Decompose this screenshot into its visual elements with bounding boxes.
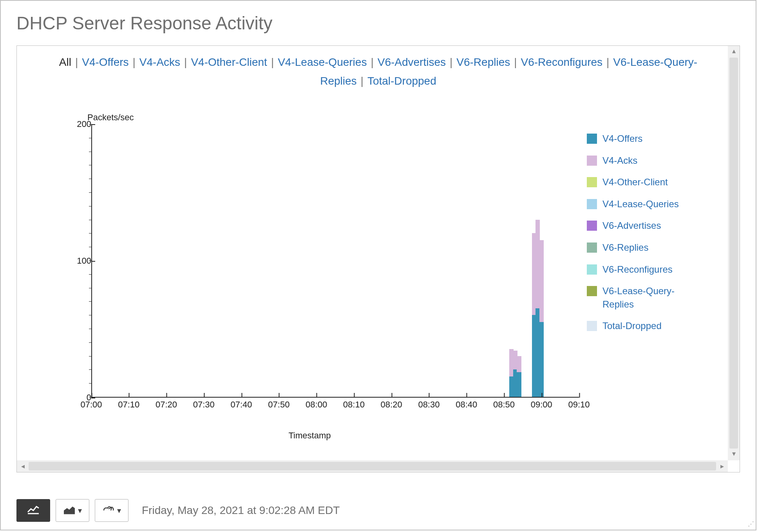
series-filter-row: All|V4-Offers|V4-Acks|V4-Other-Client|V4… [17, 46, 740, 94]
legend-swatch [587, 321, 597, 331]
x-tick: 08:50 [493, 400, 515, 410]
filter-separator: | [606, 56, 609, 68]
x-tick: 08:40 [456, 400, 477, 410]
filter-v6-replies[interactable]: V6-Replies [456, 56, 510, 68]
x-tick: 08:20 [381, 400, 402, 410]
horizontal-scrollbar[interactable]: ◂ ▸ [17, 460, 728, 472]
filter-separator: | [514, 56, 517, 68]
y-axis-label: Packets/sec [87, 112, 134, 123]
y-minor-tick [89, 138, 92, 138]
y-minor-tick [89, 301, 92, 302]
export-button[interactable]: ▾ [95, 499, 128, 522]
scroll-right-arrow-icon[interactable]: ▸ [717, 460, 727, 472]
legend-item[interactable]: V6-Advertises [587, 219, 704, 232]
x-tick: 09:10 [568, 400, 590, 410]
legend-label: V6-Advertises [602, 219, 661, 232]
area-chart-button[interactable]: ▾ [56, 499, 89, 522]
filter-v4-acks[interactable]: V4-Acks [139, 56, 180, 68]
filter-total-dropped[interactable]: Total-Dropped [367, 75, 436, 87]
line-chart-button[interactable] [16, 499, 50, 522]
widget-title: DHCP Server Response Activity [16, 13, 740, 34]
plot-area [91, 124, 579, 398]
legend-swatch [587, 177, 597, 187]
legend: V4-OffersV4-AcksV4-Other-ClientV4-Lease-… [587, 132, 704, 341]
y-minor-tick [89, 315, 92, 315]
x-tick: 09:00 [531, 400, 552, 410]
horizontal-scrollbar-thumb[interactable] [29, 462, 716, 470]
y-minor-tick [89, 192, 92, 193]
filter-separator: | [361, 75, 364, 87]
x-tick: 07:50 [268, 400, 289, 410]
data-segment [517, 372, 521, 397]
y-axis: 0100200 [60, 124, 91, 398]
caret-down-icon: ▾ [78, 506, 82, 515]
area-chart-icon [63, 505, 76, 516]
y-minor-tick [89, 356, 92, 356]
filter-v4-lease-queries[interactable]: V4-Lease-Queries [278, 56, 367, 68]
legend-label: V4-Acks [602, 154, 637, 167]
data-segment [539, 322, 544, 397]
filter-separator: | [450, 56, 452, 68]
scroll-left-arrow-icon[interactable]: ◂ [18, 460, 28, 472]
legend-item[interactable]: V4-Lease-Queries [587, 197, 704, 211]
y-minor-tick [89, 220, 92, 220]
vertical-scrollbar[interactable]: ▴ ▾ [728, 46, 740, 460]
data-segment [539, 240, 544, 322]
y-minor-tick [89, 206, 92, 206]
y-minor-tick [89, 165, 92, 165]
y-minor-tick [89, 261, 92, 261]
legend-swatch [587, 134, 597, 144]
filter-separator: | [75, 56, 78, 68]
legend-item[interactable]: Total-Dropped [587, 319, 704, 333]
legend-swatch [587, 221, 597, 231]
legend-label: V4-Other-Client [602, 176, 668, 189]
legend-swatch [587, 242, 597, 253]
vertical-scrollbar-thumb[interactable] [729, 58, 738, 449]
legend-item[interactable]: V4-Other-Client [587, 176, 704, 189]
x-tick: 07:20 [156, 400, 177, 410]
x-tick: 07:00 [80, 400, 102, 410]
legend-label: V4-Offers [602, 132, 642, 145]
x-tick: 08:00 [306, 400, 327, 410]
filter-separator: | [371, 56, 373, 68]
filter-v6-advertises[interactable]: V6-Advertises [378, 56, 446, 68]
scroll-down-arrow-icon[interactable]: ▾ [728, 449, 740, 460]
x-tick: 07:10 [118, 400, 139, 410]
caret-down-icon: ▾ [117, 506, 121, 515]
toolbar: ▾ ▾ Friday, May 28, 2021 at 9:02:28 AM E… [16, 499, 740, 522]
line-chart-icon [27, 505, 40, 516]
filter-v4-offers[interactable]: V4-Offers [82, 56, 128, 68]
x-tick: 08:30 [418, 400, 440, 410]
legend-item[interactable]: V6-Replies [587, 241, 704, 254]
filter-v4-other-client[interactable]: V4-Other-Client [191, 56, 267, 68]
legend-item[interactable]: V4-Acks [587, 154, 704, 167]
legend-item[interactable]: V6-Lease-Query-Replies [587, 284, 704, 311]
filter-separator: | [133, 56, 136, 68]
legend-label: V6-Reconfigures [602, 263, 673, 276]
x-tick: 07:30 [193, 400, 215, 410]
y-tick: 100 [60, 256, 91, 266]
data-segment [517, 356, 521, 373]
resize-grip-icon[interactable]: ⋰ [746, 520, 754, 528]
chart-zone: Packets/sec 0100200 07:0007:1007:2007:30… [40, 112, 716, 425]
filter-separator: | [184, 56, 187, 68]
x-tick: 08:10 [343, 400, 365, 410]
svg-marker-1 [64, 507, 75, 514]
y-minor-tick [89, 288, 92, 288]
scroll-up-arrow-icon[interactable]: ▴ [728, 47, 740, 57]
legend-swatch [587, 199, 597, 209]
filter-v6-reconfigures[interactable]: V6-Reconfigures [521, 56, 603, 68]
y-minor-tick [89, 179, 92, 179]
y-minor-tick [89, 233, 92, 233]
filter-all[interactable]: All [59, 56, 71, 68]
y-minor-tick [89, 247, 92, 247]
legend-item[interactable]: V4-Offers [587, 132, 704, 145]
y-minor-tick [89, 124, 92, 125]
legend-swatch [587, 156, 597, 166]
legend-label: Total-Dropped [602, 319, 662, 333]
y-minor-tick [89, 369, 92, 370]
y-minor-tick [89, 274, 92, 275]
y-minor-tick [89, 329, 92, 329]
legend-item[interactable]: V6-Reconfigures [587, 263, 704, 276]
x-axis-label: Timestamp [40, 431, 579, 441]
